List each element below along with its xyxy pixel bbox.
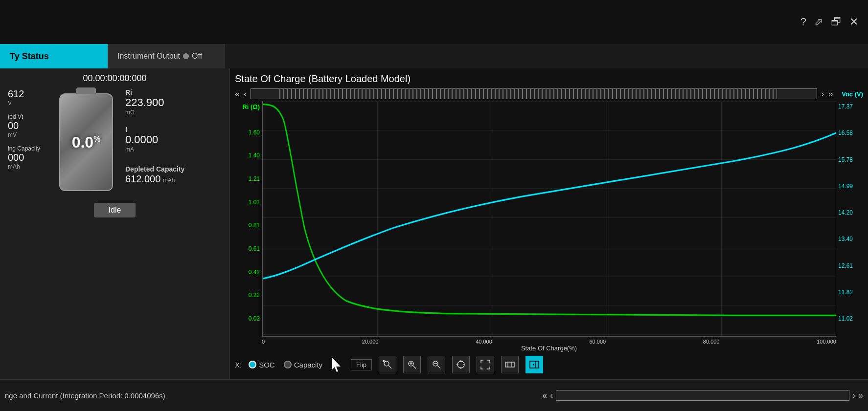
chart-container: Ri (Ω) 1.60 1.40 1.21 1.01 0.81 0.61 0.4… bbox=[235, 101, 863, 337]
chart-nav-start[interactable]: « bbox=[235, 89, 240, 99]
svg-line-25 bbox=[437, 366, 440, 368]
depleted-label: Depleted Capacity bbox=[125, 165, 184, 173]
x-label-1: 20.000 bbox=[362, 339, 379, 345]
battery-row: 612 V ted Vt 00 mV ing Capacity 000 mAh bbox=[8, 88, 222, 196]
chart-nav-prev[interactable]: ‹ bbox=[244, 89, 247, 99]
bottom-nav-end[interactable]: » bbox=[858, 390, 863, 401]
minimize-icon[interactable]: 🗗 bbox=[831, 16, 842, 28]
remaining-capacity-block: ing Capacity 000 mAh bbox=[8, 145, 47, 170]
tab-battery-status[interactable]: Ty Status bbox=[0, 44, 108, 68]
y-right-val-4: 14.20 bbox=[838, 209, 853, 216]
crosshair-tool[interactable] bbox=[452, 356, 470, 373]
tab-row: Ty Status Instrument Output Off bbox=[0, 44, 868, 68]
battery-percent: 0.0% bbox=[72, 133, 101, 151]
zoom-in-tool[interactable] bbox=[403, 356, 421, 373]
tab-battery-status-label: Ty Status bbox=[10, 51, 49, 62]
export-icon[interactable]: ⬀ bbox=[814, 16, 823, 28]
right-values: Ri 223.900 mΩ I 0.0000 mA Depleted Capac… bbox=[125, 88, 184, 185]
expand-tool[interactable] bbox=[501, 356, 519, 373]
flip-button[interactable]: Flip bbox=[351, 359, 372, 370]
close-icon[interactable]: ✕ bbox=[849, 16, 858, 28]
i-block: I 0.0000 mA bbox=[125, 126, 184, 153]
radio-capacity-label: Capacity bbox=[294, 361, 322, 369]
bottom-nav-prev[interactable]: ‹ bbox=[550, 390, 553, 401]
main-area: Ty Status Instrument Output Off 00.00:00… bbox=[0, 44, 868, 411]
radio-soc-dot bbox=[249, 361, 256, 368]
i-unit: mA bbox=[125, 146, 184, 153]
radio-capacity[interactable]: Capacity bbox=[284, 361, 322, 369]
x-axis-title: State Of Charge(%) bbox=[235, 345, 863, 352]
svg-point-15 bbox=[384, 361, 389, 366]
chart-scrollbar-thumb bbox=[279, 89, 777, 99]
bottom-section: nge and Current (Integration Period: 0.0… bbox=[0, 379, 868, 411]
x-label-4: 80.000 bbox=[703, 339, 720, 345]
bottom-label: nge and Current (Integration Period: 0.0… bbox=[0, 391, 537, 400]
chart-nav-next[interactable]: › bbox=[821, 89, 824, 99]
x-label-3: 60.000 bbox=[590, 339, 606, 345]
idle-button[interactable]: Idle bbox=[94, 203, 136, 217]
content-row: 00.00:00:00:000 612 V ted Vt 00 mV ing C… bbox=[0, 68, 868, 379]
chart-nav-end[interactable]: » bbox=[828, 89, 833, 99]
y-left-val-3: 1.01 bbox=[249, 199, 260, 206]
bottom-nav-start[interactable]: « bbox=[542, 390, 547, 401]
y-left-val-7: 0.22 bbox=[249, 292, 260, 299]
y-right-val-1: 16.58 bbox=[838, 130, 853, 136]
help-icon[interactable]: ? bbox=[800, 16, 806, 28]
ri-value: 223.900 bbox=[125, 96, 184, 109]
remaining-capacity-label: ing Capacity bbox=[8, 145, 47, 152]
svg-rect-32 bbox=[505, 362, 514, 367]
bottom-nav-next[interactable]: › bbox=[852, 390, 855, 401]
right-panel: State Of Charge (Battery Loaded Model) «… bbox=[230, 68, 868, 379]
depleted-unit: mAh bbox=[163, 177, 175, 184]
timer-display: 00.00:00:00:000 bbox=[8, 73, 222, 84]
panel-tool[interactable] bbox=[525, 356, 543, 373]
svg-marker-14 bbox=[332, 357, 341, 372]
cursor-icon bbox=[329, 356, 344, 373]
voltage-unit: V bbox=[8, 100, 47, 107]
top-bar: ? ⬀ 🗗 ✕ bbox=[0, 0, 868, 44]
x-label-5: 100.000 bbox=[817, 339, 836, 345]
chart-title: State Of Charge (Battery Loaded Model) bbox=[235, 73, 863, 85]
chart-scrollbar[interactable] bbox=[251, 88, 817, 99]
y-right-val-8: 11.02 bbox=[838, 315, 853, 322]
y-right-axis-label: Voc (V) bbox=[837, 90, 863, 98]
left-values: 612 V ted Vt 00 mV ing Capacity 000 mAh bbox=[8, 88, 47, 170]
i-label: I bbox=[125, 126, 184, 133]
zoom-out-tool[interactable] bbox=[428, 356, 445, 373]
y-right-val-7: 11.82 bbox=[838, 289, 853, 296]
zoom-select-tool[interactable] bbox=[379, 356, 396, 373]
y-left-val-2: 1.21 bbox=[249, 175, 260, 182]
y-left-axis: Ri (Ω) 1.60 1.40 1.21 1.01 0.81 0.61 0.4… bbox=[235, 101, 262, 337]
y-left-axis-label: Ri (Ω) bbox=[242, 103, 260, 110]
svg-line-16 bbox=[388, 366, 391, 368]
y-right-val-0: 17.37 bbox=[838, 103, 853, 110]
y-right-val-3: 14.99 bbox=[838, 183, 853, 190]
y-left-val-6: 0.42 bbox=[249, 269, 260, 276]
battery-top bbox=[76, 87, 96, 94]
chart-nav-row: « ‹ › » Voc (V) bbox=[235, 88, 863, 99]
y-left-val-8: 0.02 bbox=[249, 315, 260, 322]
fit-tool[interactable] bbox=[477, 356, 494, 373]
x-label-2: 40.000 bbox=[476, 339, 492, 345]
ri-unit: mΩ bbox=[125, 109, 184, 116]
tab-instrument-output-label: Instrument Output bbox=[117, 52, 180, 61]
voltage-value: 612 bbox=[8, 88, 47, 100]
depleted-value: 612.000 bbox=[125, 173, 160, 184]
tab-instrument-output[interactable]: Instrument Output Off bbox=[108, 44, 225, 68]
radio-capacity-dot bbox=[284, 361, 292, 368]
led-status-label: Off bbox=[192, 52, 202, 61]
y-left-val-1: 1.40 bbox=[249, 152, 260, 159]
y-left-val-0: 1.60 bbox=[249, 129, 260, 136]
led-indicator bbox=[183, 53, 189, 59]
y-right-val-5: 13.40 bbox=[838, 236, 853, 242]
loaded-vt-value: 00 bbox=[8, 120, 47, 131]
i-value: 0.0000 bbox=[125, 133, 184, 146]
radio-soc[interactable]: SOC bbox=[249, 361, 275, 369]
ri-label: Ri bbox=[125, 88, 184, 96]
voltage-block: 612 V bbox=[8, 88, 47, 107]
loaded-vt-unit: mV bbox=[8, 131, 47, 138]
remaining-capacity-value: 000 bbox=[8, 152, 47, 163]
chart-area bbox=[262, 101, 836, 337]
bottom-scrollbar[interactable] bbox=[556, 390, 849, 401]
remaining-capacity-unit: mAh bbox=[8, 163, 47, 170]
